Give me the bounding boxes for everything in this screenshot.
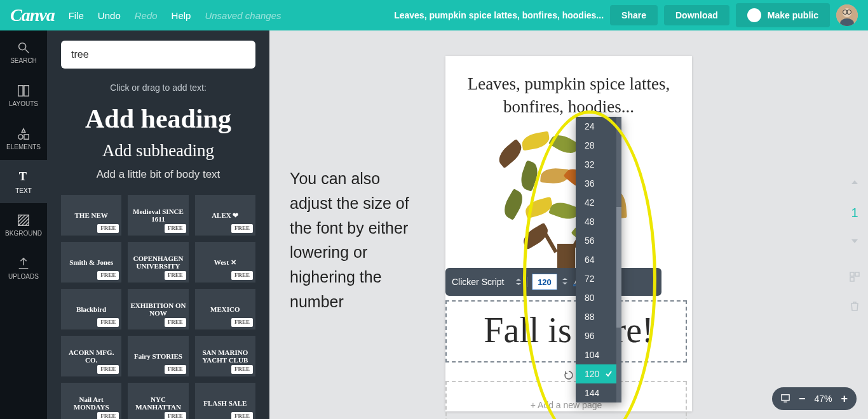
- svg-rect-8: [24, 85, 29, 96]
- document-title[interactable]: Leaves, pumpkin spice lattes, bonfires, …: [394, 10, 604, 20]
- font-size-option[interactable]: 104: [576, 345, 621, 364]
- font-size-option[interactable]: 56: [576, 231, 621, 250]
- text-template[interactable]: West ✕FREE: [195, 242, 255, 283]
- font-size-option[interactable]: 88: [576, 307, 621, 326]
- font-name-label: Clicker Script: [452, 277, 504, 287]
- zoom-out-button[interactable]: −: [799, 392, 806, 406]
- add-body-text[interactable]: Add a little bit of body text: [61, 168, 255, 181]
- menu-file[interactable]: File: [69, 10, 84, 21]
- canvas-area: You can also adjust the size of the font…: [269, 30, 868, 419]
- font-size-option[interactable]: 36: [576, 174, 621, 193]
- page-number: 1: [851, 206, 858, 220]
- script-text[interactable]: Fall is here!: [445, 303, 692, 357]
- free-badge: FREE: [165, 365, 186, 374]
- free-badge: FREE: [231, 412, 253, 419]
- nav-search[interactable]: SEARCH: [0, 30, 47, 74]
- font-size-dropdown[interactable]: 242832364248566472808896104120144: [576, 117, 621, 402]
- svg-line-17: [25, 222, 29, 225]
- layouts-icon: [17, 84, 31, 98]
- menu-redo[interactable]: Redo: [135, 10, 158, 21]
- make-public-label: Make public: [768, 10, 818, 20]
- user-avatar[interactable]: [836, 4, 858, 26]
- text-template[interactable]: EXHIBITION ON NOWFREE: [128, 289, 188, 329]
- text-template[interactable]: Smith & JonesFREE: [61, 242, 121, 283]
- nav-uploads[interactable]: UPLOADS: [0, 246, 47, 289]
- text-template[interactable]: Medieval SINCE 1611FREE: [128, 195, 188, 236]
- design-page[interactable]: Leaves, pumpkin spice lattes, bonfires, …: [445, 56, 692, 411]
- canva-logo[interactable]: Canva: [10, 5, 55, 25]
- download-button[interactable]: Download: [664, 5, 729, 25]
- add-page-button[interactable]: + Add a new page: [445, 381, 687, 419]
- font-size-option[interactable]: 80: [576, 288, 621, 307]
- stepper-icon: [515, 278, 522, 286]
- nav-label: BKGROUND: [5, 230, 42, 237]
- svg-rect-7: [18, 85, 23, 96]
- svg-point-10: [18, 134, 23, 138]
- free-badge: FREE: [97, 412, 119, 419]
- text-template[interactable]: FLASH SALEFREE: [195, 383, 255, 419]
- text-template[interactable]: MEXICOFREE: [195, 289, 255, 329]
- text-template[interactable]: Nail Art MONDAYSFREE: [61, 383, 121, 419]
- text-template[interactable]: COPENHAGEN UNIVERSITYFREE: [128, 242, 188, 283]
- font-size-option[interactable]: 48: [576, 212, 621, 231]
- font-size-option[interactable]: 32: [576, 155, 621, 174]
- free-badge: FREE: [231, 224, 253, 233]
- font-size-option[interactable]: 72: [576, 269, 621, 288]
- text-template[interactable]: SAN MARINO YACHT CLUBFREE: [195, 336, 255, 376]
- background-icon: [17, 213, 31, 227]
- svg-line-15: [18, 215, 22, 218]
- make-public-button[interactable]: Make public: [736, 3, 830, 27]
- nav-background[interactable]: BKGROUND: [0, 203, 47, 246]
- text-template[interactable]: NYC MANHATTANFREE: [128, 383, 188, 419]
- svg-rect-24: [850, 272, 854, 276]
- elements-icon: [17, 127, 31, 141]
- nav-text[interactable]: T TEXT: [0, 160, 47, 203]
- svg-rect-27: [782, 394, 789, 400]
- nav-rail: SEARCH LAYOUTS ELEMENTS T TEXT BKGROUND …: [0, 30, 47, 419]
- font-size-input[interactable]: [532, 274, 557, 290]
- text-template[interactable]: THE NEWFREE: [61, 195, 121, 236]
- text-template[interactable]: BlackbirdFREE: [61, 289, 121, 329]
- text-template[interactable]: Fairy STORIESFREE: [128, 336, 188, 376]
- delete-page-button[interactable]: [849, 300, 860, 314]
- page-down-button[interactable]: [849, 236, 860, 249]
- text-template[interactable]: ACORN MFG. CO.FREE: [61, 336, 121, 376]
- svg-line-14: [18, 215, 25, 222]
- font-size-option[interactable]: 144: [576, 383, 621, 402]
- add-heading[interactable]: Add heading: [61, 105, 255, 132]
- presentation-mode-button[interactable]: [781, 394, 790, 404]
- share-button[interactable]: Share: [610, 5, 658, 25]
- zoom-in-button[interactable]: +: [841, 392, 848, 406]
- page-up-button[interactable]: [849, 176, 860, 190]
- nav-layouts[interactable]: LAYOUTS: [0, 74, 47, 117]
- font-size-option[interactable]: 96: [576, 326, 621, 345]
- add-subheading[interactable]: Add subheading: [61, 141, 255, 161]
- page-heading[interactable]: Leaves, pumpkin spice lattes, bonfires, …: [445, 56, 692, 119]
- text-template-grid: THE NEWFREEMedieval SINCE 1611FREEALEX ❤…: [61, 195, 255, 419]
- font-size-option[interactable]: 120: [576, 364, 621, 383]
- font-size-option[interactable]: 42: [576, 193, 621, 212]
- free-badge: FREE: [231, 318, 253, 327]
- text-template[interactable]: ALEX ❤FREE: [195, 195, 255, 236]
- stepper-icon: [561, 277, 569, 285]
- font-family-selector[interactable]: Clicker Script: [452, 277, 528, 287]
- font-size-option[interactable]: 64: [576, 250, 621, 269]
- menu-help[interactable]: Help: [172, 10, 191, 21]
- font-size-option[interactable]: 24: [576, 117, 621, 136]
- font-size-stepper[interactable]: [561, 276, 569, 288]
- upload-icon: [17, 256, 31, 270]
- header-right: Leaves, pumpkin spice lattes, bonfires, …: [394, 3, 858, 27]
- svg-rect-25: [855, 272, 859, 276]
- search-input[interactable]: [61, 41, 255, 69]
- zoom-level[interactable]: 47%: [814, 394, 832, 404]
- scrollbar-thumb[interactable]: [616, 207, 621, 328]
- svg-rect-26: [850, 277, 854, 281]
- menu-undo[interactable]: Undo: [98, 10, 121, 21]
- free-badge: FREE: [97, 365, 119, 374]
- free-badge: FREE: [231, 365, 253, 374]
- grid-view-button[interactable]: [849, 271, 860, 285]
- nav-elements[interactable]: ELEMENTS: [0, 117, 47, 160]
- public-toggle-icon: [747, 8, 761, 22]
- font-size-option[interactable]: 28: [576, 136, 621, 155]
- svg-rect-11: [24, 134, 29, 138]
